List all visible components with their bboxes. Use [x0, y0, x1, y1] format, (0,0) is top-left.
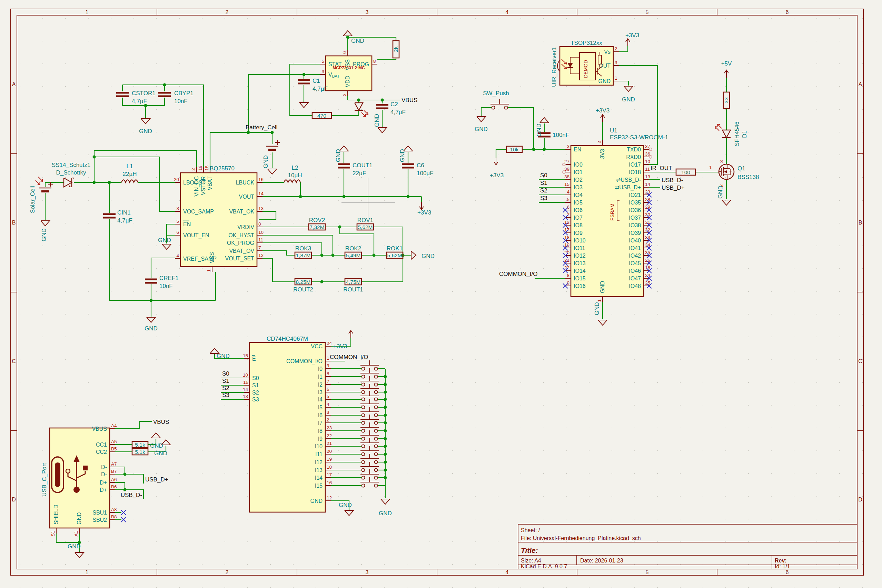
svg-text:24: 24: [327, 341, 332, 346]
gnd-flag[interactable]: [147, 317, 156, 322]
capacitor[interactable]: [116, 93, 129, 96]
component-tsop312xx[interactable]: 2Vs3OUT1GNDDEMOD: [557, 46, 619, 85]
svg-text:D_Schottky: D_Schottky: [56, 170, 86, 176]
resistor-R2k[interactable]: 2k: [393, 41, 399, 58]
labels[interactable]: Battery_CellVBUSVBUSUSB_D+USB_D-USB_D-US…: [29, 32, 759, 550]
battery-cell[interactable]: [266, 140, 280, 151]
power-arrow[interactable]: [626, 39, 630, 46]
gnd-flag[interactable]: [75, 552, 84, 558]
led[interactable]: [355, 103, 368, 117]
component-mcp73831[interactable]: 5STAT3VBAT8PROG6VSS2VDD: [320, 50, 377, 96]
resistor-ROK2[interactable]: 5,49M: [345, 252, 362, 258]
capacitor[interactable]: [376, 105, 388, 108]
power-arrow[interactable]: [494, 157, 498, 165]
capacitor[interactable]: [338, 164, 350, 168]
capacitor[interactable]: [402, 164, 414, 168]
kicad-schematic-canvas[interactable]: Sheet: / File: Universal-Fernbedienung_P…: [0, 0, 882, 588]
resistor-R5k1b[interactable]: 5,1k: [132, 448, 148, 455]
component-usb-c-port[interactable]: A4VBUSA5CC1B5CC2A7D-B7D-A6D+B6D+A8SBU1B8…: [50, 423, 117, 537]
svg-text:TXD0: TXD0: [627, 147, 641, 152]
resistor-R5k1a[interactable]: 5,1k: [132, 441, 148, 448]
power-arrow[interactable]: [420, 202, 424, 210]
svg-text:D+: D+: [100, 487, 107, 493]
svg-text:GND: GND: [154, 450, 167, 457]
svg-text:ROK1: ROK1: [387, 245, 402, 252]
gnd-flag[interactable]: [598, 320, 607, 325]
svg-text:21: 21: [327, 441, 332, 446]
svg-text:5: 5: [646, 569, 649, 575]
resistor-R10k[interactable]: 10k: [506, 146, 522, 152]
svg-text:GND: GND: [351, 38, 364, 44]
gnd-flag[interactable]: [268, 169, 277, 174]
schottky-diode[interactable]: [64, 178, 74, 187]
svg-text:A7: A7: [111, 461, 117, 466]
svg-text:13: 13: [258, 206, 264, 211]
resistor-ROUT1[interactable]: 4,75M: [345, 279, 362, 285]
resistor-ROV2[interactable]: 7,32M: [309, 224, 325, 230]
gnd-flag[interactable]: [624, 86, 633, 92]
svg-text:8: 8: [258, 221, 261, 226]
svg-text:SS14_Schutz1: SS14_Schutz1: [52, 162, 90, 168]
gnd-flag[interactable]: [299, 102, 308, 108]
gnd-flag[interactable]: [722, 200, 731, 205]
svg-text:23: 23: [327, 425, 332, 430]
svg-text:IO39: IO39: [629, 230, 641, 236]
svg-text:Vs: Vs: [604, 49, 610, 55]
component-esp32-s3-wroom-1[interactable]: 3EN27IO039IO138IO215IO34IO45IO56IO67IO71…: [562, 140, 652, 302]
svg-text:TSOP312xx: TSOP312xx: [570, 40, 602, 46]
svg-text:I1: I1: [318, 374, 322, 380]
switch-sw-push[interactable]: [490, 99, 509, 110]
capacitor[interactable]: [158, 93, 171, 96]
capacitor[interactable]: [298, 80, 310, 84]
svg-text:GND: GND: [76, 512, 82, 525]
keypad-buttons[interactable]: [331, 360, 385, 487]
component-bq25570[interactable]: 20LBOOST3VOC_SAMP5EN6VOUT_EN4VREF_SAMP16…: [174, 165, 264, 272]
gnd-flag[interactable]: [477, 117, 486, 122]
component-cd74hc4067m[interactable]: 15E10S011S114S213S324VCC1COMMON_I/O9I08I…: [243, 341, 332, 512]
svg-text:A6: A6: [111, 477, 117, 482]
mosfet-q1[interactable]: 321: [709, 160, 734, 187]
resistor-ROUT2[interactable]: 8,25M: [295, 279, 312, 285]
svg-text:S2: S2: [540, 187, 548, 194]
svg-text:IO11: IO11: [574, 245, 585, 251]
gnd-flag[interactable]: [378, 128, 387, 133]
svg-text:GND: GND: [158, 237, 171, 243]
schematic-generated: 112233445566AABBCCDD20LBOOST3VOC_SAMP5EN…: [11, 9, 863, 575]
gnd-flag[interactable]: [540, 118, 549, 123]
solar-cell[interactable]: [36, 177, 53, 192]
svg-text:VCC: VCC: [311, 344, 322, 350]
power-arrow[interactable]: [600, 114, 604, 122]
resistor-R33[interactable]: 33: [723, 92, 729, 109]
capacitor[interactable]: [103, 214, 116, 218]
resistor-ROK3[interactable]: 1,87M: [295, 252, 312, 258]
svg-text:VOUT_SET: VOUT_SET: [225, 255, 255, 262]
svg-text:CIN1: CIN1: [117, 209, 131, 216]
power-arrow[interactable]: [349, 330, 353, 338]
svg-text:IO12: IO12: [574, 253, 586, 259]
resistor-ROK1[interactable]: 5,62M: [386, 252, 403, 258]
svg-text:ROUT2: ROUT2: [293, 286, 313, 293]
power-arrow[interactable]: [724, 70, 729, 78]
svg-text:IO10: IO10: [574, 238, 586, 243]
svg-text:ROV1: ROV1: [357, 217, 373, 224]
gnd-flag[interactable]: [141, 118, 150, 124]
resistor-ROV1[interactable]: 5,62M: [357, 224, 374, 230]
gnd-flag[interactable]: [411, 251, 416, 260]
capacitor[interactable]: [145, 279, 157, 283]
svg-text:GND: GND: [339, 502, 352, 508]
svg-text:2: 2: [226, 9, 229, 15]
gnd-flag[interactable]: [41, 221, 50, 226]
svg-text:I10: I10: [315, 444, 322, 449]
led[interactable]: [715, 124, 730, 138]
svg-text:11: 11: [258, 237, 263, 243]
svg-text:1: 1: [709, 165, 712, 170]
svg-text:7: 7: [327, 379, 329, 384]
gnd-flag[interactable]: [162, 244, 171, 249]
gnd-flag[interactable]: [381, 499, 390, 504]
gnd-flag[interactable]: [152, 433, 160, 438]
gnd-flag[interactable]: [343, 31, 352, 36]
gnd-flag[interactable]: [345, 510, 354, 516]
resistor-R100[interactable]: 100: [676, 169, 695, 175]
svg-text:B: B: [858, 220, 862, 225]
resistor-R470[interactable]: 470: [312, 112, 332, 118]
